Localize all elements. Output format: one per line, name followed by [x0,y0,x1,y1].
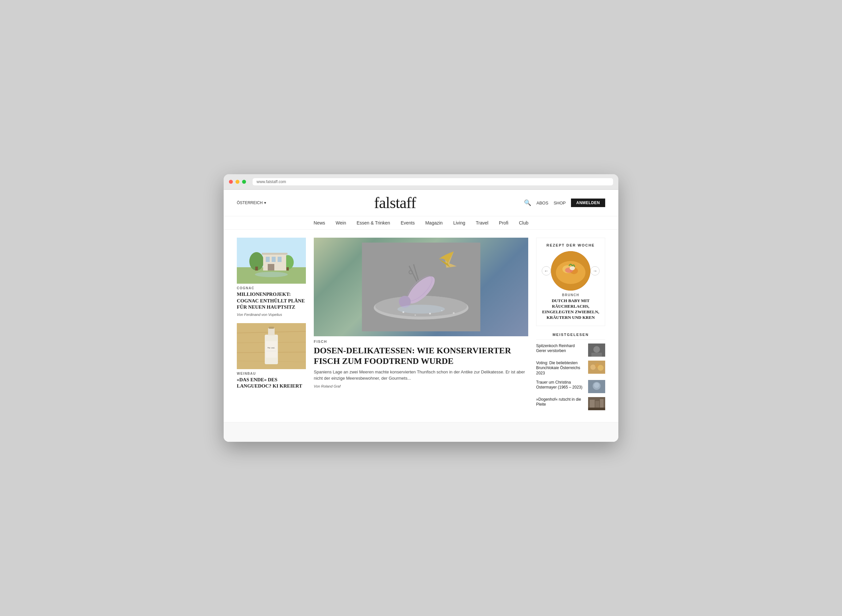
rezept-section-title: REZEPT DER WOCHE [542,243,600,247]
header-right-actions: 🔍 ABOS SHOP ANMELDEN [524,198,605,207]
nav-travel[interactable]: Travel [476,220,488,226]
center-column: FISCH DOSEN-DELIKATESSEN: WIE KONSERVIER… [314,238,528,414]
rezept-prev-button[interactable]: ← [542,266,551,276]
meist-item-3-image [588,380,605,393]
main-article-title[interactable]: DOSEN-DELIKATESSEN: WIE KONSERVIERTER FI… [314,345,528,366]
meist-img-4-svg [588,397,605,410]
close-dot[interactable] [229,180,233,184]
svg-point-32 [453,312,454,314]
main-content: COGNAC MILLIONENPROJEKT: COGNAC ENTHÜLLT… [224,230,618,422]
svg-rect-8 [272,257,276,262]
card-weinbau-title: »DAS ENDE« DES LANGUEDOC? KI KREIERT [237,377,306,390]
svg-rect-61 [588,408,605,410]
main-article-category: FISCH [314,340,528,343]
svg-rect-20 [268,328,275,335]
meist-item-3[interactable]: Trauer um Christina Ostermayer (1965 – 2… [536,380,605,393]
svg-point-48 [593,346,600,353]
right-column: REZEPT DER WOCHE ← [536,238,605,414]
card-weinbau[interactable]: The end. WEINBAU »DAS ENDE« DES LANGUEDO… [237,323,306,390]
meist-img-2-svg [588,361,605,374]
svg-rect-22 [266,341,277,358]
meist-item-1[interactable]: Spitzenkoch Reinhard Gerer verstorben [536,343,605,356]
svg-rect-60 [600,399,604,408]
svg-rect-12 [262,253,288,255]
meist-item-4[interactable]: »Dogenhof« rutscht in die Pleite [536,397,605,410]
meist-img-1-svg [588,343,605,356]
shop-link[interactable]: SHOP [554,201,566,205]
nav-profi[interactable]: Profi [499,220,508,226]
browser-frame: www.falstaff.com ÖSTERREICH ▾ falstaff 🔍… [224,174,618,441]
main-nav: News Wein Essen & Trinken Events Magazin… [224,216,618,230]
rezept-category: BRUNCH [542,293,600,297]
meist-item-3-text: Trauer um Christina Ostermayer (1965 – 2… [536,380,585,390]
search-icon[interactable]: 🔍 [524,199,531,207]
svg-point-46 [570,266,575,270]
svg-rect-49 [591,353,602,356]
site-wrapper: ÖSTERREICH ▾ falstaff 🔍 ABOS SHOP ANMELD… [224,190,618,441]
site-logo[interactable]: falstaff [374,195,416,211]
svg-rect-11 [268,264,274,271]
svg-rect-6 [263,254,286,271]
meist-item-1-image [588,343,605,356]
card-cognac-author: Von Ferdinand von Vopelius [237,312,306,317]
svg-text:The end.: The end. [267,347,275,349]
rezept-box: REZEPT DER WOCHE ← [536,238,605,326]
main-article-image[interactable] [314,238,528,336]
svg-point-56 [594,383,599,388]
meist-img-3-svg [588,380,605,393]
region-selector[interactable]: ÖSTERREICH ▾ [237,201,266,205]
nav-living[interactable]: Living [453,220,466,226]
svg-rect-21 [269,327,274,329]
abos-link[interactable]: ABOS [536,201,548,205]
rezept-next-button[interactable]: → [591,266,600,276]
svg-rect-7 [266,257,270,262]
meistgelesen-title: MEISTGELESEN [536,333,605,340]
meist-item-2[interactable]: Voting: Die beliebtesten Brunchlokaie Ös… [536,361,605,376]
building-svg [237,238,306,284]
meist-item-4-text: »Dogenhof« rutscht in die Pleite [536,397,585,407]
svg-rect-9 [278,257,282,262]
svg-point-53 [598,365,604,371]
meist-item-2-text: Voting: Die beliebtesten Brunchlokaie Ös… [536,361,585,376]
main-article-author: Von Roland Graf [314,384,528,388]
card-cognac[interactable]: COGNAC MILLIONENPROJEKT: COGNAC ENTHÜLLT… [237,238,306,317]
region-arrow-icon: ▾ [264,201,266,205]
nav-magazin[interactable]: Magazin [425,220,443,226]
svg-rect-3 [255,267,258,271]
url-bar[interactable]: www.falstaff.com [253,178,613,185]
fish-visual [314,238,528,336]
card-cognac-image [237,238,306,284]
nav-wein[interactable]: Wein [336,220,346,226]
svg-point-13 [255,272,288,277]
rezept-food-svg [551,251,591,290]
region-label: ÖSTERREICH [237,201,263,205]
building-scene [237,238,306,284]
meist-item-1-text: Spitzenkoch Reinhard Gerer verstorben [536,343,585,354]
wine-bottle-svg: The end. [258,325,285,368]
card-cognac-title: MILLIONENPROJEKT: COGNAC ENTHÜLLT PLÄNE … [237,291,306,311]
card-cognac-category: COGNAC [237,286,306,290]
rezept-image[interactable] [551,251,591,290]
svg-rect-58 [590,400,595,408]
meist-item-2-image [588,361,605,374]
minimize-dot[interactable] [235,180,240,184]
nav-essen[interactable]: Essen & Trinken [357,220,390,226]
anmelden-button[interactable]: ANMELDEN [571,198,605,207]
nav-news[interactable]: News [314,220,325,226]
meistgelesen-box: MEISTGELESEN Spitzenkoch Reinhard Gerer … [536,333,605,410]
svg-rect-59 [595,401,599,408]
fish-pan-svg [325,243,518,331]
card-weinbau-category: WEINBAU [237,372,306,375]
nav-club[interactable]: Club [519,220,529,226]
nav-events[interactable]: Events [401,220,415,226]
left-column: COGNAC MILLIONENPROJEKT: COGNAC ENTHÜLLT… [237,238,306,414]
svg-point-40 [397,305,445,314]
rezept-name[interactable]: DUTCH BABY MIT RÄUCHERLACHS, EINGELEGTEN… [542,298,600,320]
svg-point-29 [414,315,416,316]
meist-item-4-image [588,397,605,410]
card-weinbau-image: The end. [237,323,306,369]
maximize-dot[interactable] [242,180,246,184]
main-article-excerpt: Spaniens Lage an zwei Meeren machte kons… [314,369,528,381]
site-header: ÖSTERREICH ▾ falstaff 🔍 ABOS SHOP ANMELD… [224,190,618,216]
rezept-image-wrap: ← [542,251,600,290]
